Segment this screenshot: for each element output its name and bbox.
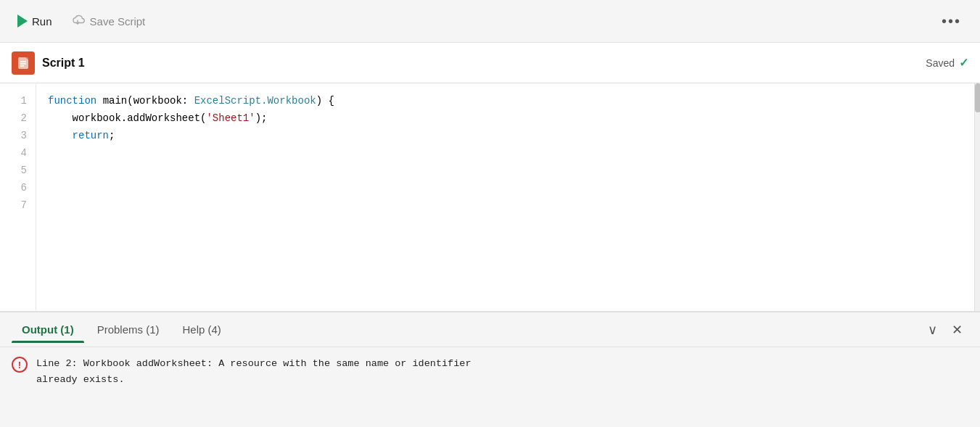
code-line-4 xyxy=(48,144,963,162)
error-icon-wrap: ! xyxy=(12,357,28,373)
script-icon xyxy=(12,51,35,75)
code-line-5 xyxy=(48,162,963,179)
line-num-6: 6 xyxy=(0,179,27,196)
line-num-7: 7 xyxy=(0,196,27,214)
panel-tabs: Output (1) Problems (1) Help (4) ∨ ✕ xyxy=(0,312,980,347)
scrollbar-thumb[interactable] xyxy=(975,83,980,112)
code-line-1: function main(workbook: ExcelScript.Work… xyxy=(48,92,963,109)
code-line-3: return; xyxy=(48,127,963,144)
line-num-4: 4 xyxy=(0,144,27,162)
toolbar: Run Save Script ••• xyxy=(0,0,980,43)
check-icon: ✓ xyxy=(959,56,968,70)
tab-problems[interactable]: Problems (1) xyxy=(87,316,170,343)
close-icon: ✕ xyxy=(952,323,963,337)
output-content: ! Line 2: Workbook addWorksheet: A resou… xyxy=(0,347,980,427)
tab-problems-label: Problems (1) xyxy=(97,323,160,336)
tab-output-label: Output (1) xyxy=(22,323,74,336)
tab-help-label: Help (4) xyxy=(183,323,221,336)
more-options-button[interactable]: ••• xyxy=(934,9,968,34)
save-script-button[interactable]: Save Script xyxy=(64,9,152,33)
script-header: Script 1 Saved ✓ xyxy=(0,43,980,83)
close-panel-button[interactable]: ✕ xyxy=(946,319,968,341)
scrollbar-track[interactable] xyxy=(974,83,980,311)
play-icon xyxy=(17,14,28,28)
run-button[interactable]: Run xyxy=(12,10,58,32)
cloud-icon xyxy=(70,14,86,29)
more-dots: ••• xyxy=(942,13,961,29)
tab-output[interactable]: Output (1) xyxy=(12,316,84,343)
code-line-7 xyxy=(48,196,963,214)
line-num-5: 5 xyxy=(0,162,27,179)
run-label: Run xyxy=(32,15,52,28)
tab-help[interactable]: Help (4) xyxy=(173,316,231,343)
line-numbers: 1 2 3 4 5 6 7 xyxy=(0,83,36,311)
line-num-3: 3 xyxy=(0,127,27,144)
code-editor[interactable]: function main(workbook: ExcelScript.Work… xyxy=(36,83,974,311)
error-circle-icon: ! xyxy=(12,357,28,373)
script-title: Script 1 xyxy=(42,57,85,70)
editor-area: 1 2 3 4 5 6 7 function main(workbook: Ex… xyxy=(0,83,980,311)
saved-status: Saved ✓ xyxy=(926,56,968,70)
save-script-label: Save Script xyxy=(90,15,146,28)
code-line-6 xyxy=(48,179,963,196)
code-line-2: workbook.addWorksheet('Sheet1'); xyxy=(48,109,963,127)
bottom-panel: Output (1) Problems (1) Help (4) ∨ ✕ ! L… xyxy=(0,311,980,427)
collapse-icon: ∨ xyxy=(928,323,937,337)
saved-label: Saved xyxy=(926,57,955,69)
error-message: Line 2: Workbook addWorksheet: A resourc… xyxy=(36,356,472,387)
line-num-2: 2 xyxy=(0,109,27,127)
collapse-panel-button[interactable]: ∨ xyxy=(922,319,943,341)
line-num-1: 1 xyxy=(0,92,27,109)
